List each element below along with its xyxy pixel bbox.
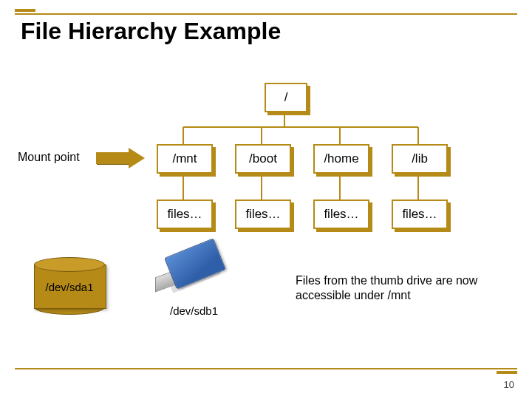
- thumb-device-label: /dev/sdb1: [170, 304, 218, 317]
- node-files-mnt: files…: [157, 200, 213, 229]
- node-files-lib: files…: [392, 200, 448, 229]
- node-files-boot: files…: [235, 200, 291, 229]
- slide-bottom-border: [15, 368, 517, 374]
- node-files-home: files…: [313, 200, 369, 229]
- node-label: files…: [167, 207, 202, 222]
- slide-title: File Hierarchy Example: [21, 18, 281, 45]
- caption-text: Files from the thumb drive are now acces…: [296, 273, 495, 303]
- node-lib: /lib: [392, 144, 448, 174]
- mount-point-label: Mount point: [18, 151, 80, 164]
- node-label: /mnt: [172, 151, 197, 166]
- node-boot: /boot: [235, 144, 291, 174]
- thumb-drive-icon: [155, 244, 229, 297]
- node-home: /home: [313, 144, 369, 174]
- node-label: files…: [245, 207, 280, 222]
- page-number: 10: [504, 379, 514, 390]
- node-root: /: [265, 83, 307, 112]
- node-label: /home: [324, 151, 358, 166]
- node-label: /lib: [412, 151, 428, 166]
- node-mnt: /mnt: [157, 144, 213, 174]
- node-label: /boot: [249, 151, 277, 166]
- mount-arrow-icon: [96, 148, 148, 168]
- disk-device-label: /dev/sda1: [40, 281, 99, 293]
- node-label: files…: [402, 207, 437, 222]
- node-label: files…: [324, 207, 358, 222]
- slide-top-border: [15, 9, 517, 15]
- node-root-label: /: [284, 90, 288, 105]
